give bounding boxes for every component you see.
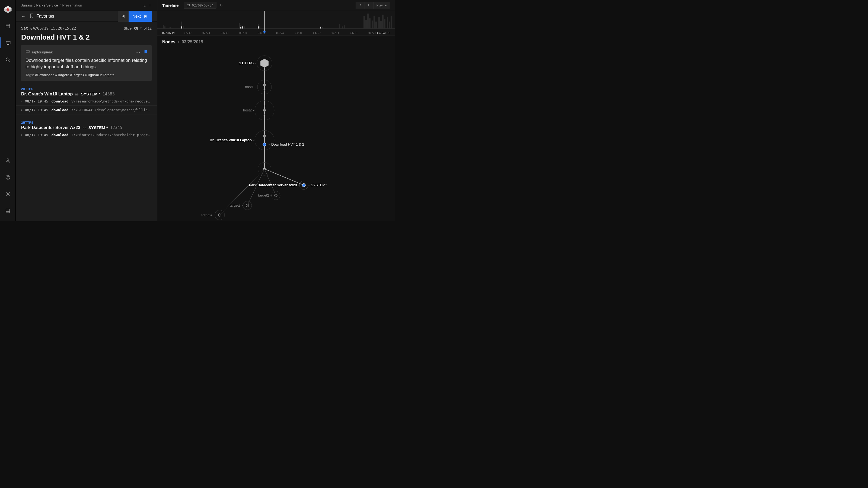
- nodes-header: Nodes • 03/25/2019: [157, 36, 395, 46]
- bookmark-icon[interactable]: [30, 13, 34, 19]
- next-label: Next: [132, 14, 141, 19]
- slide-total: of 12: [144, 26, 152, 30]
- svg-text:03/17: 03/17: [258, 31, 266, 34]
- host-section-1: 2HTTPS Park Datacenter Server Ax23 as SY…: [16, 119, 157, 131]
- timeline-bar: Timeline 02/08-05/04 ↻ Play: [157, 0, 395, 11]
- svg-point-86: [263, 143, 266, 146]
- rail-item-help[interactable]: [0, 172, 16, 183]
- svg-rect-37: [380, 21, 382, 29]
- prev-slide-button[interactable]: [118, 11, 129, 22]
- skip-fwd-button[interactable]: [365, 2, 374, 9]
- svg-point-92: [302, 184, 305, 187]
- svg-rect-38: [382, 14, 383, 29]
- svg-rect-11: [26, 50, 29, 53]
- timeline-chart[interactable]: 02/08/19 02/17 02/24 03/03 03/10 03/17 0…: [157, 11, 395, 36]
- collapse-panel-icon[interactable]: «: [144, 3, 146, 8]
- back-icon[interactable]: ←: [21, 14, 26, 19]
- slide-datetime: Sat 04/05/19 15:20-15:22: [21, 26, 76, 30]
- node-target2-label[interactable]: target2: [258, 193, 269, 197]
- svg-text:-: -: [214, 213, 215, 217]
- svg-rect-19: [239, 23, 240, 29]
- breadcrumb-sep: /: [60, 3, 61, 7]
- slide-title: Download HVT 1 & 2: [16, 32, 157, 45]
- play-button[interactable]: Play: [374, 2, 390, 9]
- comment-more-icon[interactable]: ⋯: [135, 49, 141, 55]
- rail-item-search[interactable]: [0, 54, 16, 65]
- svg-text:03/24: 03/24: [276, 31, 284, 34]
- rail-item-box[interactable]: [0, 21, 16, 31]
- svg-rect-46: [258, 26, 259, 29]
- comment-tags[interactable]: #Downloads #Target2 #Target3 #HighValueT…: [35, 73, 114, 77]
- svg-text:05/04/19: 05/04/19: [377, 31, 390, 34]
- svg-point-6: [7, 159, 9, 161]
- log-timestamp: 08/17 19:45: [25, 133, 48, 137]
- rail-item-panel[interactable]: [0, 205, 16, 216]
- svg-text:-: -: [269, 142, 270, 147]
- svg-text:02/24: 02/24: [203, 31, 210, 34]
- log-path: I:\Minutes\updates\shareholder-progress-…: [71, 133, 152, 137]
- log-row[interactable]: › 08/17 19:45 download I:\Minutes\update…: [16, 131, 157, 139]
- comment-author[interactable]: raptorsqueak: [32, 50, 53, 54]
- node-ax23-label[interactable]: Park Datacenter Server Ax23: [249, 183, 297, 187]
- host-name[interactable]: Park Datacenter Server Ax23: [21, 125, 80, 130]
- node-https-label[interactable]: 1 HTTPS: [239, 61, 254, 65]
- node-ax23-event[interactable]: SYSTEM*: [311, 183, 327, 187]
- breadcrumb-org[interactable]: Jurrassic Parks Service: [21, 3, 58, 7]
- svg-text:-: -: [255, 85, 256, 89]
- panel-kebab-icon[interactable]: ⋮: [148, 3, 152, 7]
- comment-bookmark-icon[interactable]: [144, 50, 147, 55]
- svg-rect-4: [6, 41, 10, 44]
- refresh-icon[interactable]: ↻: [220, 3, 223, 7]
- svg-text:-: -: [253, 108, 254, 112]
- svg-rect-26: [339, 24, 340, 29]
- host-pid: 14383: [102, 92, 115, 97]
- rail-item-settings[interactable]: [0, 189, 16, 199]
- chevron-right-icon: ›: [21, 99, 22, 103]
- log-path: \\researchRepo\methods-of-dna-recovery-f…: [71, 99, 152, 103]
- svg-text:-: -: [271, 193, 272, 197]
- breadcrumb: Jurrassic Parks Service / Presentation «…: [16, 0, 157, 11]
- svg-rect-18: [183, 26, 184, 29]
- node-grant-label[interactable]: Dr. Grant's Win10 Laptop: [210, 138, 252, 142]
- breadcrumb-page: Presentation: [62, 3, 82, 7]
- svg-point-5: [6, 58, 9, 61]
- svg-rect-44: [240, 27, 241, 29]
- svg-line-71: [220, 169, 265, 215]
- skip-back-button[interactable]: [355, 2, 365, 9]
- next-slide-button[interactable]: Next: [129, 11, 152, 22]
- favorites-bar: ← Favorites Next: [16, 11, 157, 22]
- node-host2-label[interactable]: host2: [243, 108, 252, 112]
- slide-number-dropdown[interactable]: 08: [134, 26, 138, 30]
- caret-down-icon[interactable]: ▼: [140, 27, 142, 30]
- node-target4-label[interactable]: target4: [202, 213, 212, 217]
- node-grant-event[interactable]: Download HVT 1 & 2: [271, 142, 304, 147]
- svg-rect-21: [244, 26, 245, 29]
- rail-item-user[interactable]: [0, 155, 16, 166]
- svg-rect-15: [164, 26, 165, 29]
- host-name[interactable]: Dr. Grant's Win10 Laptop: [21, 92, 73, 97]
- svg-point-9: [7, 194, 8, 195]
- svg-text:02/17: 02/17: [184, 31, 192, 34]
- log-row[interactable]: › 08/17 19:45 download Y:\GLIONAAS\devel…: [16, 106, 157, 115]
- main-view: Timeline 02/08-05/04 ↻ Play: [157, 0, 395, 221]
- host-user: SYSTEM *: [88, 125, 108, 130]
- svg-rect-12: [187, 4, 189, 6]
- date-range-picker[interactable]: 02/08-05/04: [184, 2, 216, 9]
- rail-item-present[interactable]: [0, 37, 16, 48]
- chevron-right-icon: ›: [21, 108, 22, 111]
- svg-rect-45: [242, 26, 243, 29]
- node-graph[interactable]: 1 HTTPS - host1 - host2 - Dr. Grant's Wi…: [157, 46, 395, 221]
- log-row[interactable]: › 08/17 19:45 download \\researchRepo\me…: [16, 97, 157, 106]
- svg-rect-27: [342, 26, 343, 29]
- nodes-label: Nodes: [162, 40, 176, 44]
- node-host1-label[interactable]: host1: [245, 85, 254, 89]
- svg-text:04/21: 04/21: [350, 31, 358, 34]
- svg-rect-25: [322, 27, 323, 29]
- tags-label: Tags:: [26, 73, 34, 77]
- svg-text:03/31: 03/31: [294, 31, 303, 34]
- svg-rect-28: [344, 25, 345, 29]
- host-pid: 12345: [110, 125, 122, 130]
- slide-label: Slide:: [124, 26, 133, 30]
- node-target3-label[interactable]: target3: [230, 203, 241, 207]
- svg-rect-34: [373, 16, 375, 29]
